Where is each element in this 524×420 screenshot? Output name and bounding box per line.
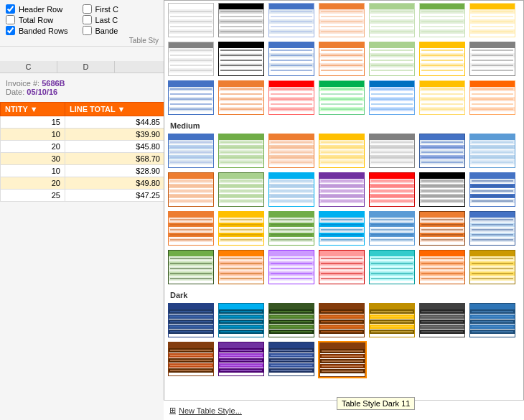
qty-cell: 30 xyxy=(1,153,65,165)
total-header: LINE TOTAL ▼ xyxy=(65,103,164,116)
svg-rect-264 xyxy=(219,134,263,140)
svg-rect-312 xyxy=(420,134,464,140)
total-cell: $28.90 xyxy=(65,165,164,177)
style-swatch[interactable] xyxy=(418,41,467,78)
style-swatch[interactable] xyxy=(167,41,216,78)
style-swatch[interactable] xyxy=(418,210,467,248)
style-swatch[interactable] xyxy=(217,210,266,248)
svg-rect-216 xyxy=(370,81,414,87)
style-swatch[interactable] xyxy=(268,341,317,378)
style-swatch[interactable] xyxy=(318,41,367,78)
total-cell: $49.80 xyxy=(65,177,164,190)
style-swatch[interactable] xyxy=(167,341,216,378)
style-swatch[interactable] xyxy=(368,172,417,209)
style-swatch[interactable] xyxy=(318,341,367,378)
style-swatch[interactable] xyxy=(418,80,467,117)
style-swatch[interactable] xyxy=(318,133,367,170)
style-swatch[interactable] xyxy=(318,210,367,248)
first-col-checkbox[interactable] xyxy=(83,4,92,14)
style-swatch[interactable] xyxy=(368,249,417,286)
style-swatch[interactable] xyxy=(167,210,216,248)
style-swatch[interactable] xyxy=(268,172,317,209)
style-swatch[interactable] xyxy=(368,41,417,78)
style-swatch[interactable] xyxy=(368,133,417,170)
style-swatch[interactable] xyxy=(469,80,518,117)
svg-rect-600 xyxy=(219,304,263,309)
style-swatch[interactable] xyxy=(167,2,216,39)
style-swatch[interactable] xyxy=(268,302,317,340)
style-swatch[interactable] xyxy=(418,133,467,170)
table-row: 15$44.85 xyxy=(1,116,165,129)
style-swatch[interactable] xyxy=(217,341,266,378)
style-swatch[interactable] xyxy=(368,302,417,340)
bottom-bar: ⊞ New Table Style... xyxy=(164,400,524,420)
svg-rect-60 xyxy=(420,4,464,9)
style-swatch[interactable] xyxy=(217,302,266,340)
style-swatch[interactable] xyxy=(217,172,266,209)
column-headers: C D xyxy=(0,61,165,73)
banded-cols-checkbox[interactable] xyxy=(83,26,92,35)
total-row-checkbox[interactable] xyxy=(6,15,15,24)
total-cell: $39.90 xyxy=(65,129,164,141)
svg-rect-660 xyxy=(470,304,515,309)
left-panel: Header Row Total Row Banded Rows First C xyxy=(0,0,165,420)
dark-section-label: Dark xyxy=(164,288,523,301)
style-swatch[interactable] xyxy=(268,249,317,286)
style-swatch[interactable] xyxy=(217,2,266,39)
header-row-checkbox[interactable] xyxy=(6,4,15,14)
style-swatch[interactable] xyxy=(469,172,518,209)
style-swatch[interactable] xyxy=(167,302,216,340)
style-swatch[interactable] xyxy=(217,249,266,286)
svg-rect-444 xyxy=(269,212,314,218)
banded-rows-checkbox[interactable] xyxy=(6,26,15,35)
style-swatch[interactable] xyxy=(469,2,518,39)
style-swatch[interactable] xyxy=(469,133,518,170)
styles-dropdown[interactable]: Medium Dark xyxy=(164,0,524,420)
style-swatch[interactable] xyxy=(418,2,467,39)
light-styles-grid xyxy=(164,1,523,118)
style-swatch[interactable] xyxy=(318,302,367,340)
style-swatch[interactable] xyxy=(268,133,317,170)
style-swatch[interactable] xyxy=(469,41,518,78)
svg-rect-0 xyxy=(169,4,213,9)
style-swatch[interactable] xyxy=(368,80,417,117)
svg-rect-84 xyxy=(169,42,213,48)
style-swatch[interactable] xyxy=(418,302,467,340)
invoice-table: NTITY ▼ LINE TOTAL ▼ 15$44.8510$39.9020$… xyxy=(0,102,165,202)
style-swatch[interactable] xyxy=(469,249,518,286)
style-swatch[interactable] xyxy=(217,80,266,117)
style-swatch[interactable] xyxy=(167,80,216,117)
svg-rect-48 xyxy=(370,4,414,9)
style-swatch[interactable] xyxy=(268,210,317,248)
svg-rect-144 xyxy=(420,42,464,48)
style-swatch[interactable] xyxy=(418,172,467,209)
style-swatch[interactable] xyxy=(318,249,367,286)
qty-cell: 15 xyxy=(1,116,65,129)
svg-rect-180 xyxy=(219,81,263,87)
style-swatch[interactable] xyxy=(318,2,367,39)
style-swatch[interactable] xyxy=(469,210,518,248)
style-swatch[interactable] xyxy=(318,80,367,117)
spreadsheet-area: C D Invoice #: 5686B Date: 05/10/16 NTIT… xyxy=(0,61,165,420)
total-cell: $45.80 xyxy=(65,141,164,153)
svg-rect-108 xyxy=(269,42,314,48)
last-col-checkbox[interactable] xyxy=(83,15,92,24)
style-swatch[interactable] xyxy=(318,172,367,209)
svg-rect-204 xyxy=(319,81,364,87)
style-swatch[interactable] xyxy=(469,302,518,340)
invoice-label: Invoice #: xyxy=(6,79,42,88)
style-swatch[interactable] xyxy=(268,41,317,78)
new-table-style-button[interactable]: ⊞ New Table Style... xyxy=(169,406,242,415)
style-swatch[interactable] xyxy=(268,2,317,39)
style-swatch[interactable] xyxy=(268,80,317,117)
svg-rect-552 xyxy=(370,251,414,256)
style-swatch[interactable] xyxy=(368,2,417,39)
style-swatch[interactable] xyxy=(368,210,417,248)
style-swatch[interactable] xyxy=(167,249,216,286)
style-swatch[interactable] xyxy=(217,133,266,170)
style-swatch[interactable] xyxy=(418,249,467,286)
table-row: 10$28.90 xyxy=(1,165,165,177)
style-swatch[interactable] xyxy=(217,41,266,78)
style-swatch[interactable] xyxy=(167,133,216,170)
style-swatch[interactable] xyxy=(167,172,216,209)
